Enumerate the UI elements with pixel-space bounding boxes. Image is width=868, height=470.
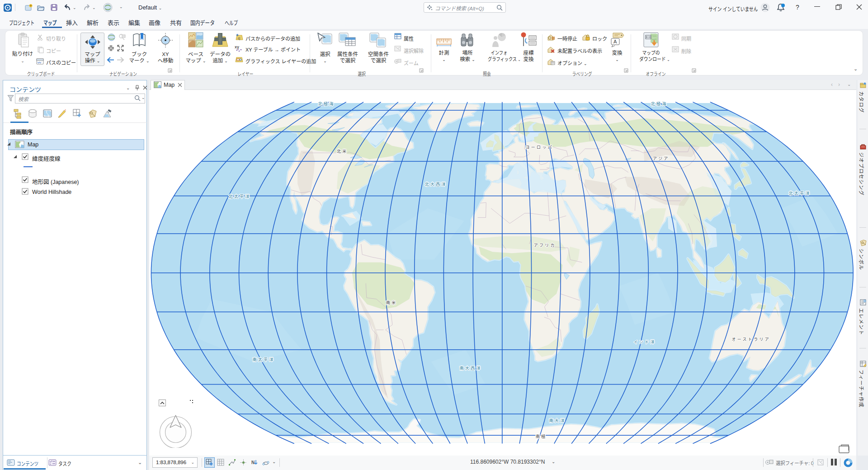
svg-text:南大洋: 南大洋 xyxy=(549,418,566,423)
svg-text:北太平洋: 北太平洋 xyxy=(788,191,811,196)
svg-text:ヨーロッパ: ヨーロッパ xyxy=(525,145,553,150)
svg-text:インド洋: インド洋 xyxy=(633,339,656,344)
svg-text:cj: cj xyxy=(238,37,241,40)
svg-text:南太平洋: 南太平洋 xyxy=(252,357,274,362)
svg-text:南米: 南米 xyxy=(386,300,397,305)
svg-text:アジア: アジア xyxy=(653,156,670,161)
svg-text:北極海: 北極海 xyxy=(651,101,668,106)
svg-text:北大西洋: 北大西洋 xyxy=(425,182,447,187)
svg-text:A: A xyxy=(613,39,617,44)
svg-text:xy: xy xyxy=(235,45,239,49)
svg-text:北極海: 北極海 xyxy=(318,101,335,106)
svg-text:オーストラリア: オーストラリア xyxy=(731,337,770,342)
svg-text:北米: 北米 xyxy=(337,149,348,154)
svg-text:北太平洋: 北太平洋 xyxy=(228,194,250,199)
svg-text:南大西洋: 南大西洋 xyxy=(459,366,481,371)
svg-text:南極: 南極 xyxy=(536,434,547,439)
svg-text:N: N xyxy=(251,460,255,465)
svg-text:アフリカ: アフリカ xyxy=(533,243,556,248)
